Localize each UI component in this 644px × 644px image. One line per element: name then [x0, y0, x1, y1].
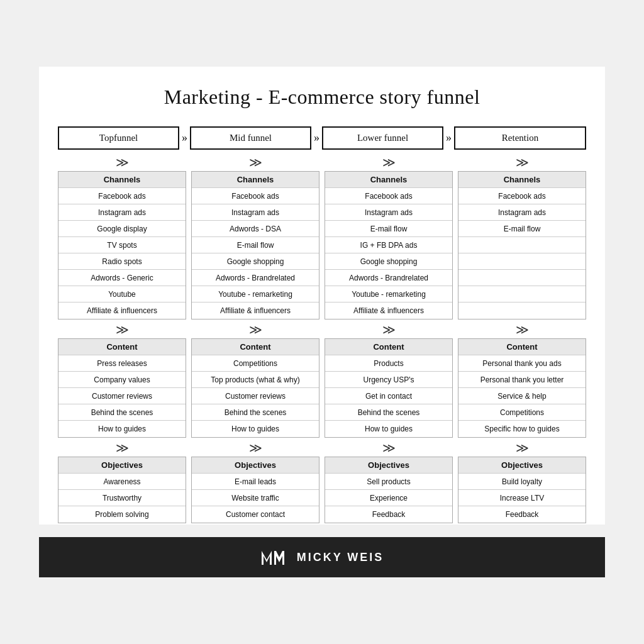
header-midfunnel: Mid funnel » [190, 126, 322, 150]
header-box-topfunnel: Topfunnel [58, 126, 179, 150]
table-cell-2-1-3: Customer contact [192, 506, 319, 523]
table-cell-0-2-2: Instagram ads [325, 204, 452, 221]
footer-bar: MICKY WEIS [39, 537, 605, 577]
column-table-2-1: ObjectivesE-mail leadsWebsite trafficCus… [191, 457, 319, 523]
table-cell-1-2-1: Products [325, 355, 452, 372]
table-cell-1-1-5: How to guides [192, 421, 319, 437]
table-cell-0-3-8 [458, 303, 586, 319]
table-cell-0-3-2: Instagram ads [458, 204, 586, 221]
section-grid-content: ContentPress releasesCompany valuesCusto… [58, 338, 586, 438]
table-cell-0-1-0: Channels [192, 172, 319, 188]
section-grid-channels: ChannelsFacebook adsInstagram adsGoogle … [58, 171, 586, 319]
table-cell-2-2-0: Objectives [325, 457, 452, 474]
table-cell-1-1-3: Customer reviews [192, 388, 319, 404]
table-cell-0-1-4: E-mail flow [192, 237, 319, 253]
chevron-2-0: ≫ [58, 441, 186, 454]
page-title: Marketing - E-commerce story funnel [164, 86, 480, 109]
table-cell-0-0-5: Radio spots [58, 253, 186, 270]
headers-row: Topfunnel » Mid funnel » Lower funnel » … [58, 126, 586, 150]
chevron-0-0: ≫ [58, 156, 186, 169]
svg-marker-1 [274, 551, 284, 565]
table-cell-0-3-3: E-mail flow [458, 221, 586, 237]
column-table-2-0: ObjectivesAwarenessTrustworthyProblem so… [58, 457, 186, 523]
brand-logo [260, 548, 288, 566]
chevron-1-0: ≫ [58, 323, 186, 336]
table-cell-0-2-3: E-mail flow [325, 221, 452, 237]
table-cell-0-1-8: Affiliate & influencers [192, 303, 319, 319]
chevron-0-2: ≫ [325, 156, 453, 169]
table-cell-1-0-3: Customer reviews [58, 388, 186, 404]
table-cell-1-2-5: How to guides [325, 421, 452, 437]
table-cell-2-3-2: Increase LTV [458, 490, 586, 506]
table-cell-1-0-1: Press releases [58, 355, 186, 372]
table-cell-1-1-1: Competitions [192, 355, 319, 372]
table-cell-1-0-5: How to guides [58, 421, 186, 437]
table-cell-2-3-3: Feedback [458, 506, 586, 523]
header-lowerfunnel: Lower funnel » [322, 126, 454, 150]
table-cell-2-0-1: Awareness [58, 474, 186, 490]
table-cell-2-2-1: Sell products [325, 474, 452, 490]
table-cell-0-0-3: Google display [58, 221, 186, 237]
table-cell-0-3-1: Facebook ads [458, 188, 586, 204]
column-table-1-3: ContentPersonal thank you adsPersonal th… [458, 338, 586, 438]
table-cell-0-1-1: Facebook ads [192, 188, 319, 204]
table-cell-0-2-4: IG + FB DPA ads [325, 237, 452, 253]
arrow-right-2: » [314, 131, 319, 145]
column-table-0-2: ChannelsFacebook adsInstagram adsE-mail … [325, 171, 453, 319]
table-cell-2-0-0: Objectives [58, 457, 186, 474]
table-cell-1-3-5: Specific how to guides [458, 421, 586, 437]
arrow-right-3: » [446, 131, 452, 145]
table-cell-1-0-0: Content [58, 339, 186, 355]
chevron-0-3: ≫ [458, 156, 586, 169]
table-cell-0-3-6 [458, 270, 586, 286]
table-cell-0-2-8: Affiliate & influencers [325, 303, 452, 319]
column-table-1-1: ContentCompetitionsTop products (what & … [191, 338, 319, 438]
table-cell-0-2-0: Channels [325, 172, 452, 188]
table-cell-0-3-7 [458, 286, 586, 303]
table-cell-1-2-0: Content [325, 339, 452, 355]
table-cell-1-3-3: Service & help [458, 388, 586, 404]
table-cell-0-3-5 [458, 253, 586, 270]
header-box-retention: Retention [454, 126, 586, 150]
header-box-midfunnel: Mid funnel [190, 126, 311, 150]
table-cell-2-1-0: Objectives [192, 457, 319, 474]
table-cell-0-0-6: Adwords - Generic [58, 270, 186, 286]
table-cell-0-0-1: Facebook ads [58, 188, 186, 204]
brand-name: MICKY WEIS [297, 551, 384, 564]
column-table-1-2: ContentProductsUrgency USP'sGet in conta… [325, 338, 453, 438]
chevron-1-2: ≫ [325, 323, 453, 336]
table-cell-0-0-7: Youtube [58, 286, 186, 303]
table-cell-2-1-2: Website traffic [192, 490, 319, 506]
table-cell-2-3-1: Build loyalty [458, 474, 586, 490]
chevron-row-1: ≫≫≫≫ [58, 323, 586, 336]
chevron-2-1: ≫ [191, 441, 319, 454]
table-cell-0-0-2: Instagram ads [58, 204, 186, 221]
column-table-1-0: ContentPress releasesCompany valuesCusto… [58, 338, 186, 438]
table-cell-0-0-0: Channels [58, 172, 186, 188]
table-cell-1-0-2: Company values [58, 372, 186, 388]
section-grid-objectives: ObjectivesAwarenessTrustworthyProblem so… [58, 457, 586, 523]
table-cell-0-1-5: Google shopping [192, 253, 319, 270]
column-table-0-0: ChannelsFacebook adsInstagram adsGoogle … [58, 171, 186, 319]
svg-marker-0 [262, 551, 272, 565]
table-cell-1-2-2: Urgency USP's [325, 372, 452, 388]
chevron-2-2: ≫ [325, 441, 453, 454]
header-box-lowerfunnel: Lower funnel [322, 126, 443, 150]
column-table-0-3: ChannelsFacebook adsInstagram adsE-mail … [458, 171, 586, 319]
table-cell-1-3-4: Competitions [458, 404, 586, 421]
table-cell-0-1-3: Adwords - DSA [192, 221, 319, 237]
column-table-2-2: ObjectivesSell productsExperienceFeedbac… [325, 457, 453, 523]
header-topfunnel: Topfunnel » [58, 126, 190, 150]
chevron-1-1: ≫ [191, 323, 319, 336]
table-cell-0-1-2: Instagram ads [192, 204, 319, 221]
chevron-1-3: ≫ [458, 323, 586, 336]
table-cell-2-2-3: Feedback [325, 506, 452, 523]
header-retention: Retention [454, 126, 586, 150]
table-cell-2-1-1: E-mail leads [192, 474, 319, 490]
table-cell-1-3-2: Personal thank you letter [458, 372, 586, 388]
sections-container: ≫≫≫≫ChannelsFacebook adsInstagram adsGoo… [58, 152, 586, 525]
table-cell-0-0-8: Affiliate & influencers [58, 303, 186, 319]
table-cell-2-0-2: Trustworthy [58, 490, 186, 506]
column-table-0-1: ChannelsFacebook adsInstagram adsAdwords… [191, 171, 319, 319]
chevron-row-2: ≫≫≫≫ [58, 441, 586, 454]
